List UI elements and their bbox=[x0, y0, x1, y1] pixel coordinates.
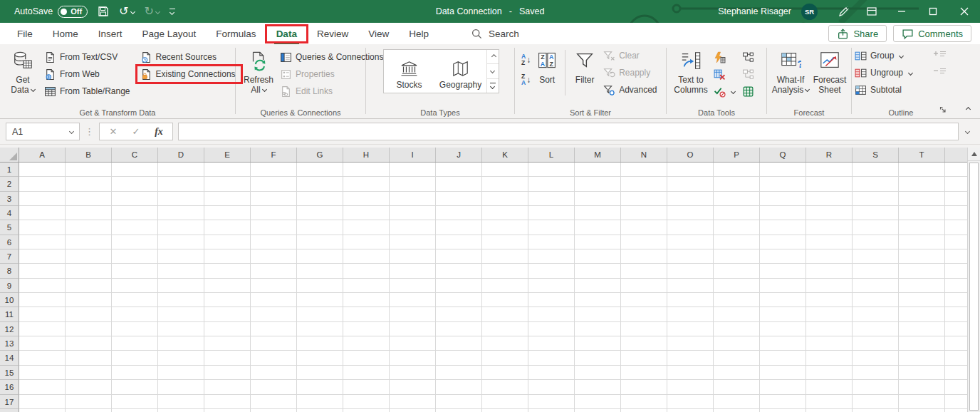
spreadsheet-cell[interactable] bbox=[853, 279, 899, 293]
spreadsheet-cell[interactable] bbox=[158, 336, 204, 351]
spreadsheet-cell[interactable] bbox=[806, 249, 853, 264]
spreadsheet-cell[interactable] bbox=[251, 409, 297, 412]
spreadsheet-cell[interactable] bbox=[714, 192, 760, 206]
spreadsheet-cell[interactable] bbox=[806, 409, 853, 412]
tab-data[interactable]: Data bbox=[266, 23, 307, 44]
spreadsheet-cell[interactable] bbox=[251, 293, 297, 307]
row-header[interactable]: 13 bbox=[0, 336, 19, 351]
row-header[interactable]: 16 bbox=[0, 380, 19, 394]
spreadsheet-cell[interactable] bbox=[853, 177, 899, 191]
spreadsheet-cell[interactable] bbox=[853, 351, 899, 365]
filter-button[interactable]: Filter bbox=[569, 46, 600, 104]
spreadsheet-cell[interactable] bbox=[621, 395, 667, 409]
from-table-range-button[interactable]: From Table/Range bbox=[41, 83, 133, 100]
spreadsheet-cell[interactable] bbox=[343, 336, 390, 351]
spreadsheet-cell[interactable] bbox=[19, 307, 66, 321]
spreadsheet-cell[interactable] bbox=[528, 307, 575, 321]
minimize-button[interactable] bbox=[886, 0, 917, 23]
spreadsheet-cell[interactable] bbox=[390, 351, 436, 365]
spreadsheet-cell[interactable] bbox=[251, 220, 297, 235]
spreadsheet-cell[interactable] bbox=[945, 409, 967, 412]
spreadsheet-cell[interactable] bbox=[204, 380, 251, 394]
spreadsheet-cell[interactable] bbox=[204, 322, 251, 336]
spreadsheet-cell[interactable] bbox=[714, 177, 760, 191]
spreadsheet-cell[interactable] bbox=[528, 264, 575, 278]
spreadsheet-cell[interactable] bbox=[945, 293, 967, 307]
spreadsheet-cell[interactable] bbox=[297, 293, 343, 307]
spreadsheet-cell[interactable] bbox=[714, 380, 760, 394]
spreadsheet-cell[interactable] bbox=[112, 279, 158, 293]
row-header[interactable]: 2 bbox=[0, 177, 19, 191]
sort-descending-button[interactable]: ZA↓ bbox=[519, 70, 533, 90]
row-header[interactable]: 3 bbox=[0, 192, 19, 206]
spreadsheet-cell[interactable] bbox=[760, 264, 806, 278]
spreadsheet-cell[interactable] bbox=[251, 192, 297, 206]
spreadsheet-cell[interactable] bbox=[158, 192, 204, 206]
refresh-all-button[interactable]: Refresh All bbox=[240, 46, 277, 104]
spreadsheet-cell[interactable] bbox=[436, 395, 482, 409]
spreadsheet-cell[interactable] bbox=[66, 220, 112, 235]
spreadsheet-cell[interactable] bbox=[343, 351, 390, 365]
spreadsheet-cell[interactable] bbox=[667, 307, 714, 321]
spreadsheet-cell[interactable] bbox=[806, 336, 853, 351]
spreadsheet-cell[interactable] bbox=[899, 395, 945, 409]
spreadsheet-cell[interactable] bbox=[158, 249, 204, 264]
spreadsheet-cell[interactable] bbox=[297, 279, 343, 293]
spreadsheet-cell[interactable] bbox=[204, 366, 251, 380]
spreadsheet-cell[interactable] bbox=[297, 206, 343, 220]
row-header[interactable]: 5 bbox=[0, 220, 19, 235]
spreadsheet-cell[interactable] bbox=[436, 307, 482, 321]
row-header[interactable]: 6 bbox=[0, 235, 19, 249]
spreadsheet-cell[interactable] bbox=[621, 366, 667, 380]
spreadsheet-cell[interactable] bbox=[297, 235, 343, 249]
spreadsheet-cell[interactable] bbox=[482, 235, 528, 249]
spreadsheet-cell[interactable] bbox=[714, 307, 760, 321]
spreadsheet-cell[interactable] bbox=[66, 192, 112, 206]
spreadsheet-cell[interactable] bbox=[853, 366, 899, 380]
gallery-scroll-down-button[interactable] bbox=[487, 64, 499, 78]
spreadsheet-cell[interactable] bbox=[390, 279, 436, 293]
ribbon-display-options-button[interactable] bbox=[858, 0, 886, 23]
spreadsheet-cell[interactable] bbox=[528, 249, 575, 264]
spreadsheet-cell[interactable] bbox=[899, 177, 945, 191]
row-header[interactable]: 9 bbox=[0, 279, 19, 293]
spreadsheet-cell[interactable] bbox=[251, 395, 297, 409]
spreadsheet-cell[interactable] bbox=[112, 336, 158, 351]
spreadsheet-cell[interactable] bbox=[760, 235, 806, 249]
spreadsheet-cell[interactable] bbox=[945, 307, 967, 321]
spreadsheet-cell[interactable] bbox=[436, 279, 482, 293]
spreadsheet-cell[interactable] bbox=[899, 249, 945, 264]
spreadsheet-cell[interactable] bbox=[482, 192, 528, 206]
spreadsheet-cell[interactable] bbox=[621, 279, 667, 293]
spreadsheet-cell[interactable] bbox=[899, 220, 945, 235]
spreadsheet-cell[interactable] bbox=[66, 177, 112, 191]
spreadsheet-cell[interactable] bbox=[575, 177, 621, 191]
spreadsheet-cell[interactable] bbox=[528, 177, 575, 191]
spreadsheet-cell[interactable] bbox=[945, 351, 967, 365]
tab-review[interactable]: Review bbox=[307, 23, 358, 44]
spreadsheet-cell[interactable] bbox=[436, 220, 482, 235]
spreadsheet-cell[interactable] bbox=[436, 249, 482, 264]
spreadsheet-cell[interactable] bbox=[66, 279, 112, 293]
spreadsheet-cell[interactable] bbox=[251, 351, 297, 365]
spreadsheet-cell[interactable] bbox=[158, 395, 204, 409]
spreadsheet-cell[interactable] bbox=[482, 163, 528, 177]
spreadsheet-cell[interactable] bbox=[899, 206, 945, 220]
spreadsheet-cell[interactable] bbox=[204, 220, 251, 235]
spreadsheet-cell[interactable] bbox=[667, 249, 714, 264]
spreadsheet-cell[interactable] bbox=[297, 366, 343, 380]
spreadsheet-cell[interactable] bbox=[575, 380, 621, 394]
spreadsheet-cell[interactable] bbox=[112, 235, 158, 249]
spreadsheet-cell[interactable] bbox=[390, 380, 436, 394]
spreadsheet-cell[interactable] bbox=[19, 206, 66, 220]
spreadsheet-cell[interactable] bbox=[760, 206, 806, 220]
spreadsheet-cell[interactable] bbox=[621, 163, 667, 177]
spreadsheet-cell[interactable] bbox=[66, 163, 112, 177]
spreadsheet-cell[interactable] bbox=[204, 409, 251, 412]
spreadsheet-cell[interactable] bbox=[436, 163, 482, 177]
geography-button[interactable]: Geography bbox=[435, 50, 486, 93]
spreadsheet-cell[interactable] bbox=[575, 249, 621, 264]
spreadsheet-cell[interactable] bbox=[621, 235, 667, 249]
spreadsheet-cell[interactable] bbox=[251, 307, 297, 321]
spreadsheet-cell[interactable] bbox=[621, 322, 667, 336]
